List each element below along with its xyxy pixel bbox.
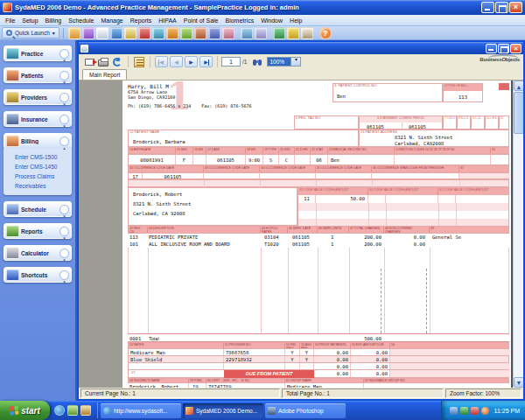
scroll-up-button[interactable] (514, 80, 523, 91)
menu-item-setup[interactable]: Setup (18, 18, 41, 24)
refresh-button[interactable] (110, 56, 124, 68)
menu-item-file[interactable]: File (2, 18, 18, 24)
toolbar-icon[interactable] (287, 27, 299, 39)
menu-item-hipaa[interactable]: HIPAA (155, 18, 180, 24)
close-button[interactable] (509, 2, 522, 13)
menu-item-point-of-sale[interactable]: Point of Sale (180, 18, 222, 24)
menu-item-manage[interactable]: Manage (97, 18, 126, 24)
print-button[interactable] (96, 56, 110, 68)
field-label: 11 (500, 116, 508, 121)
grid-line (430, 248, 430, 333)
payer-name: Blue Shield (129, 356, 224, 362)
next-page-button[interactable] (185, 56, 198, 67)
sidebar-item-insurance[interactable]: Insurance (4, 111, 72, 127)
zoom-select[interactable]: 100% (267, 57, 301, 66)
start-label: start (21, 406, 40, 416)
previous-page-button[interactable] (170, 56, 183, 67)
toolbar-icon[interactable] (124, 27, 136, 39)
tray-icon[interactable] (471, 407, 479, 415)
toolbar-separator (217, 56, 218, 67)
quick-launch-button[interactable]: Quick Launch (2, 27, 60, 38)
chevron-down-icon[interactable] (60, 93, 69, 102)
toolbar-icon[interactable] (96, 27, 108, 39)
service-line-row: 113 PEDIATRIC PRIVATE 03104 061105 1 200… (128, 234, 509, 241)
scroll-thumb[interactable] (514, 92, 523, 134)
report-maximize-button[interactable] (498, 44, 509, 53)
toolbar-icon[interactable] (273, 27, 285, 39)
sidebar-item-calculator[interactable]: Calculator (4, 245, 72, 261)
chevron-down-icon[interactable] (60, 71, 69, 80)
export-button[interactable] (82, 56, 96, 68)
toolbar-icon[interactable] (68, 27, 80, 39)
toolbar-icon[interactable] (255, 27, 267, 39)
toolbar-icon[interactable] (194, 27, 206, 39)
billing-icon (6, 136, 19, 147)
toolbar-icon[interactable] (241, 27, 253, 39)
sidebar-item-shortcuts[interactable]: Shortcuts (4, 267, 72, 283)
ie-quicklaunch-icon[interactable] (54, 405, 65, 416)
toolbar-icon[interactable] (166, 27, 178, 39)
patient-address-line1: 8321 N. Sixth Street (395, 135, 452, 140)
help-icon[interactable] (319, 27, 332, 39)
scroll-down-button[interactable] (514, 377, 523, 388)
media-quicklaunch-icon[interactable] (80, 405, 91, 416)
sidebar-item-reports[interactable]: Reports (4, 223, 72, 239)
minimize-button[interactable] (481, 2, 494, 13)
sidebar-link-enter-cms-1450[interactable]: Enter CMS-1450 (15, 162, 72, 172)
payer-asg: Y (300, 356, 314, 362)
first-page-button[interactable] (155, 56, 168, 67)
task-button-sydamed[interactable]: SydaMED 2006 Demo... (183, 403, 263, 418)
menu-item-reports[interactable]: Reports (127, 18, 156, 24)
toolbar-icon[interactable] (208, 27, 220, 39)
sidebar-link-enter-cms-1500[interactable]: Enter CMS-1500 (15, 152, 72, 162)
toolbar-icon[interactable] (180, 27, 192, 39)
chevron-down-icon[interactable] (60, 270, 69, 280)
chevron-up-icon[interactable] (60, 136, 69, 146)
chevron-down-icon[interactable] (60, 205, 69, 214)
restore-button[interactable] (495, 2, 508, 13)
start-button[interactable]: start (0, 401, 50, 420)
task-button-browser[interactable]: http://www.sydasoft... (101, 403, 181, 418)
sidebar-link-receivables[interactable]: Receivables (15, 181, 72, 191)
menu-item-biometrics[interactable]: Biometrics (221, 18, 257, 24)
toolbar-icon[interactable] (138, 27, 150, 39)
chevron-down-icon[interactable] (60, 227, 69, 236)
taskbar-clock: 11:25 PM (494, 408, 520, 414)
toolbar-icon[interactable] (82, 27, 94, 39)
admission-type-value: S (263, 155, 279, 164)
sidebar-item-practice[interactable]: Practice (4, 46, 72, 61)
toolbar-icon[interactable] (110, 27, 122, 39)
desktop-quicklaunch-icon[interactable] (67, 405, 78, 416)
toolbar-icon[interactable] (222, 27, 234, 39)
group-tree-button[interactable] (132, 56, 146, 68)
tray-icon[interactable] (481, 407, 489, 415)
sidebar-item-billing[interactable]: Billing (4, 133, 72, 149)
last-page-button[interactable] (200, 56, 213, 67)
toolbar-icon[interactable] (152, 27, 164, 39)
menu-item-window[interactable]: Window (257, 18, 286, 24)
toolbar-icon[interactable] (301, 27, 313, 39)
chevron-down-icon[interactable] (60, 248, 69, 258)
report-minimize-button[interactable] (486, 44, 497, 53)
dropdown-arrow-icon[interactable] (290, 58, 300, 66)
patient-control-value: Ben (337, 94, 346, 99)
tab-main-report[interactable]: Main Report (82, 69, 127, 80)
sidebar-item-schedule[interactable]: Schedule (4, 201, 72, 217)
sidebar-item-providers[interactable]: Providers (4, 89, 72, 105)
task-button-photoshop[interactable]: Adobe Photoshop (265, 403, 346, 418)
tray-icon[interactable] (450, 407, 458, 415)
chevron-down-icon[interactable] (60, 49, 69, 59)
menu-item-schedule[interactable]: Schedule (65, 18, 97, 24)
tray-icon[interactable] (460, 407, 468, 415)
search-button[interactable] (250, 56, 264, 68)
sidebar-link-process-claims[interactable]: Process Claims (15, 172, 72, 181)
vertical-scrollbar[interactable] (513, 80, 523, 388)
sidebar-item-patients[interactable]: Patients (4, 67, 72, 83)
report-close-button[interactable] (510, 44, 522, 53)
column-header: 56 (390, 343, 510, 348)
menu-item-help[interactable]: Help (286, 18, 305, 24)
quick-launch-toolbar: Quick Launch (0, 26, 525, 40)
menu-item-billing[interactable]: Billing (42, 18, 66, 24)
chevron-down-icon[interactable] (60, 115, 69, 124)
page-number-input[interactable]: 1 (221, 57, 241, 66)
